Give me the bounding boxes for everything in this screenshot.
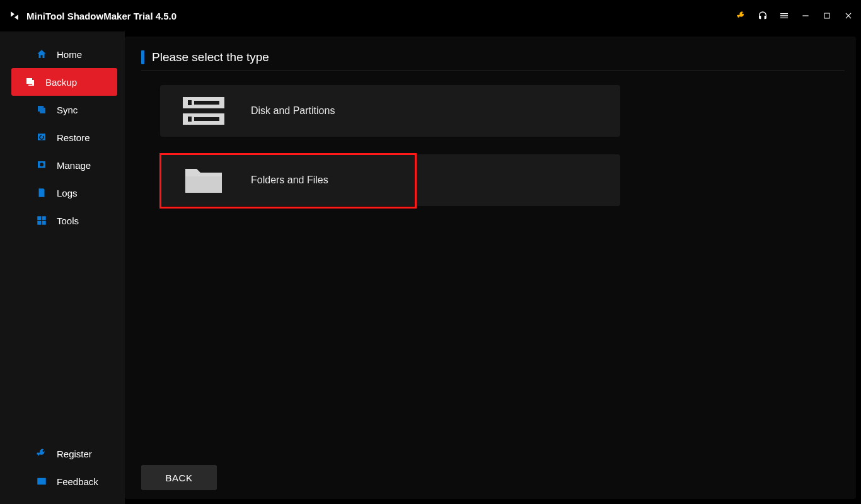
svg-rect-3: [42, 216, 46, 220]
svg-rect-5: [42, 221, 46, 225]
register-key-icon: [35, 447, 48, 460]
option-label: Disk and Partitions: [251, 105, 335, 117]
option-disk-partitions[interactable]: Disk and Partitions: [160, 85, 620, 137]
sidebar-item-sync[interactable]: Sync: [11, 96, 120, 123]
page-title: Please select the type: [141, 50, 845, 71]
sidebar: Home Backup Sync Restore Manage Logs: [0, 32, 125, 504]
sidebar-item-label: Logs: [57, 188, 78, 198]
manage-icon: [35, 159, 48, 171]
page-title-text: Please select the type: [152, 50, 269, 64]
folder-icon: [182, 163, 226, 198]
logs-icon: [35, 186, 48, 199]
svg-rect-8: [194, 101, 219, 105]
svg-rect-0: [802, 15, 808, 16]
restore-icon: [35, 131, 48, 144]
headphones-icon[interactable]: [758, 11, 768, 21]
sidebar-item-tools[interactable]: Tools: [11, 207, 120, 234]
sidebar-item-label: Tools: [57, 215, 79, 226]
type-options: Disk and Partitions Folders and Files: [160, 85, 620, 206]
svg-rect-7: [188, 100, 192, 105]
sidebar-item-manage[interactable]: Manage: [11, 151, 120, 179]
svg-rect-1: [824, 13, 829, 18]
sidebar-item-label: Sync: [57, 105, 78, 115]
back-button[interactable]: BACK: [141, 465, 217, 490]
main-panel: Please select the type Disk and Partitio…: [125, 37, 856, 499]
sidebar-item-label: Home: [57, 49, 82, 60]
titlebar: MiniTool ShadowMaker Trial 4.5.0: [0, 0, 861, 32]
feedback-mail-icon: [35, 475, 48, 488]
sidebar-item-restore[interactable]: Restore: [11, 123, 120, 151]
menu-icon[interactable]: [779, 11, 789, 21]
title-accent-bar: [141, 50, 144, 64]
maximize-icon[interactable]: [822, 11, 832, 21]
svg-rect-12: [185, 176, 222, 193]
sidebar-item-feedback[interactable]: Feedback: [11, 467, 120, 495]
sync-icon: [35, 103, 48, 116]
svg-rect-2: [37, 216, 41, 220]
minimize-icon[interactable]: [800, 11, 811, 21]
tools-icon: [35, 214, 48, 227]
sidebar-item-backup[interactable]: Backup: [11, 68, 117, 96]
sidebar-item-label: Feedback: [57, 476, 98, 487]
sidebar-item-label: Register: [57, 449, 92, 459]
close-icon[interactable]: [843, 11, 853, 21]
svg-rect-4: [37, 221, 41, 225]
disk-partitions-icon: [182, 93, 226, 129]
window-controls: [736, 11, 853, 21]
svg-rect-11: [194, 117, 219, 121]
home-icon: [35, 48, 48, 60]
sidebar-item-logs[interactable]: Logs: [11, 179, 120, 207]
app-title: MiniTool ShadowMaker Trial 4.5.0: [26, 11, 176, 21]
sidebar-item-register[interactable]: Register: [11, 440, 120, 467]
backup-icon: [24, 76, 37, 88]
option-folders-files[interactable]: Folders and Files: [160, 154, 620, 206]
sidebar-item-label: Restore: [57, 132, 90, 143]
sidebar-item-label: Manage: [57, 160, 91, 171]
sidebar-item-home[interactable]: Home: [11, 40, 120, 68]
app-logo-icon: [8, 9, 21, 23]
sidebar-item-label: Backup: [45, 77, 77, 88]
svg-rect-10: [188, 117, 192, 122]
key-icon[interactable]: [736, 11, 746, 21]
option-label: Folders and Files: [251, 175, 328, 186]
